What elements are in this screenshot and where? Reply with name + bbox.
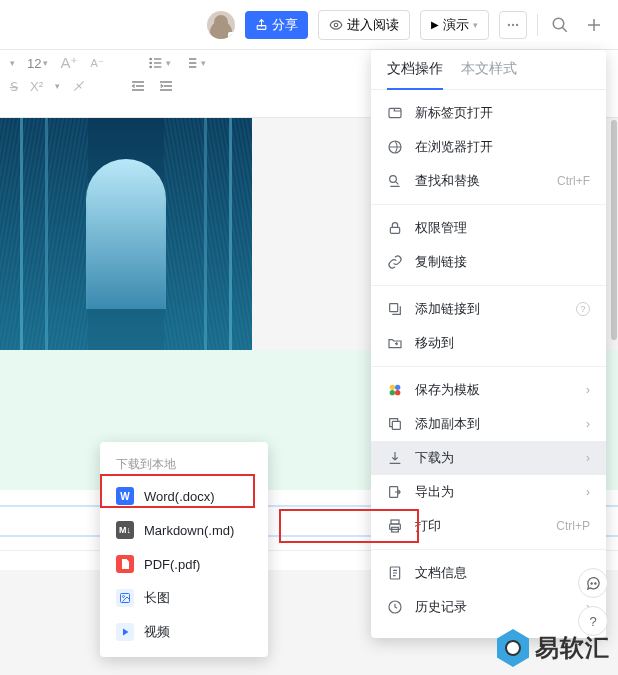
menu-save-template[interactable]: 保存为模板› <box>371 373 606 407</box>
lock-icon <box>387 220 403 236</box>
linkto-icon <box>387 301 403 317</box>
chevron-right-icon: › <box>586 383 590 397</box>
info-icon <box>387 565 403 581</box>
print-icon <box>387 518 403 534</box>
markdown-icon: M↓ <box>116 521 134 539</box>
header-image <box>0 118 252 350</box>
svg-point-28 <box>594 582 595 583</box>
moveto-icon <box>387 335 403 351</box>
svg-rect-13 <box>390 304 398 312</box>
more-button[interactable] <box>499 11 527 39</box>
svg-point-8 <box>150 66 151 67</box>
menu-download-as[interactable]: 下载为› <box>371 441 606 475</box>
fontsize-select[interactable]: 12▾ <box>27 56 48 71</box>
divider <box>537 14 538 36</box>
indent-button[interactable] <box>158 78 174 94</box>
submenu-title: 下载到本地 <box>100 450 268 479</box>
outdent-button[interactable] <box>130 78 146 94</box>
menu-move-to[interactable]: 移动到 <box>371 326 606 360</box>
download-submenu: 下载到本地 WWord(.docx) M↓Markdown(.md) PDF(.… <box>100 442 268 657</box>
select-button[interactable]: ▾ <box>55 81 60 91</box>
word-icon: W <box>116 487 134 505</box>
svg-point-17 <box>395 390 400 395</box>
clear-format-button[interactable] <box>72 79 86 93</box>
menu-print[interactable]: 打印Ctrl+P <box>371 509 606 543</box>
chevron-right-icon: › <box>586 451 590 465</box>
tab-doc-ops[interactable]: 文档操作 <box>387 60 443 90</box>
svg-point-3 <box>512 23 514 25</box>
strike-button[interactable]: S̶ <box>10 79 18 94</box>
svg-point-7 <box>150 62 151 63</box>
logo-badge-icon <box>497 629 529 667</box>
menu-history[interactable]: 历史记录› <box>371 590 606 624</box>
svg-rect-18 <box>392 421 400 429</box>
menu-copy-link[interactable]: 复制链接 <box>371 245 606 279</box>
download-markdown[interactable]: M↓Markdown(.md) <box>100 513 268 547</box>
download-video[interactable]: 视频 <box>100 615 268 649</box>
scrollbar[interactable] <box>610 120 618 620</box>
font-inc-button[interactable]: A⁺ <box>60 54 78 72</box>
svg-rect-9 <box>389 108 401 117</box>
svg-point-2 <box>508 23 510 25</box>
watermark-logo: 易软汇 <box>497 629 610 667</box>
bullet-list-button[interactable]: ▾ <box>148 55 171 71</box>
image-icon <box>116 589 134 607</box>
menu-doc-info[interactable]: 文档信息 <box>371 556 606 590</box>
heading-select[interactable]: ▾ <box>10 58 15 68</box>
svg-point-16 <box>390 390 395 395</box>
download-image[interactable]: 长图 <box>100 581 268 615</box>
avatar[interactable] <box>207 11 235 39</box>
svg-rect-12 <box>390 227 399 233</box>
pdf-icon <box>116 555 134 573</box>
svg-point-26 <box>123 596 125 598</box>
font-dec-button[interactable]: A⁻ <box>90 57 103 70</box>
chevron-right-icon: › <box>586 417 590 431</box>
newtab-icon <box>387 105 403 121</box>
svg-point-1 <box>334 23 338 27</box>
svg-point-4 <box>516 23 518 25</box>
menu-open-newtab[interactable]: 新标签页打开 <box>371 96 606 130</box>
tab-styles[interactable]: 本文样式 <box>461 60 517 89</box>
chevron-right-icon: › <box>586 485 590 499</box>
present-button[interactable]: ▶演示▾ <box>420 10 489 40</box>
download-pdf[interactable]: PDF(.pdf) <box>100 547 268 581</box>
svg-point-5 <box>553 18 564 29</box>
share-button[interactable]: 分享 <box>245 11 308 39</box>
export-icon <box>387 484 403 500</box>
superscript-button[interactable]: X² <box>30 79 43 94</box>
menu-find-replace[interactable]: 查找和替换Ctrl+F <box>371 164 606 198</box>
history-icon <box>387 599 403 615</box>
copy-icon <box>387 416 403 432</box>
logo-text: 易软汇 <box>535 632 610 664</box>
number-list-button[interactable]: ▾ <box>183 55 206 71</box>
reader-mode-button[interactable]: 进入阅读 <box>318 10 410 40</box>
menu-export-as[interactable]: 导出为› <box>371 475 606 509</box>
browser-icon <box>387 139 403 155</box>
document-menu: 文档操作 本文样式 新标签页打开 在浏览器打开 查找和替换Ctrl+F 权限管理… <box>371 50 606 638</box>
svg-point-27 <box>591 582 592 583</box>
tpl-icon <box>387 382 403 398</box>
menu-open-browser[interactable]: 在浏览器打开 <box>371 130 606 164</box>
svg-point-11 <box>390 176 397 183</box>
video-icon <box>116 623 134 641</box>
download-icon <box>387 450 403 466</box>
link-icon <box>387 254 403 270</box>
plus-icon[interactable] <box>582 13 606 37</box>
download-word[interactable]: WWord(.docx) <box>100 479 268 513</box>
menu-add-copy[interactable]: 添加副本到› <box>371 407 606 441</box>
findrep-icon <box>387 173 403 189</box>
menu-permissions[interactable]: 权限管理 <box>371 211 606 245</box>
menu-add-link-to[interactable]: 添加链接到? <box>371 292 606 326</box>
svg-point-14 <box>390 385 395 390</box>
top-bar: 分享 进入阅读 ▶演示▾ <box>0 0 618 50</box>
svg-point-6 <box>150 58 151 59</box>
chat-button[interactable] <box>578 568 608 598</box>
search-icon[interactable] <box>548 13 572 37</box>
svg-point-15 <box>395 385 400 390</box>
help-icon: ? <box>576 302 590 316</box>
